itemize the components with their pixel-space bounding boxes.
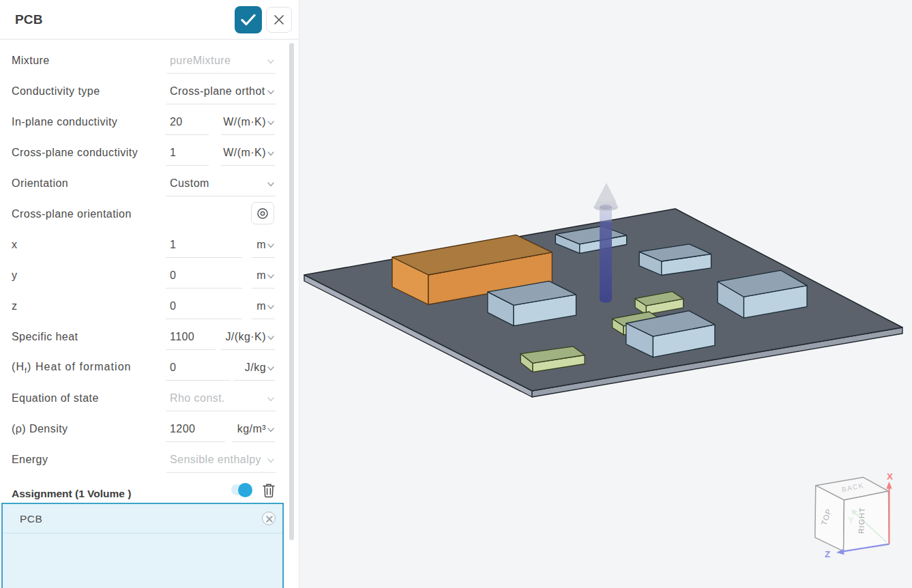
svg-text:Z: Z xyxy=(825,549,830,559)
svg-text:X: X xyxy=(887,471,893,482)
svg-text:RIGHT: RIGHT xyxy=(857,507,866,534)
svg-text:Y: Y xyxy=(848,515,854,525)
